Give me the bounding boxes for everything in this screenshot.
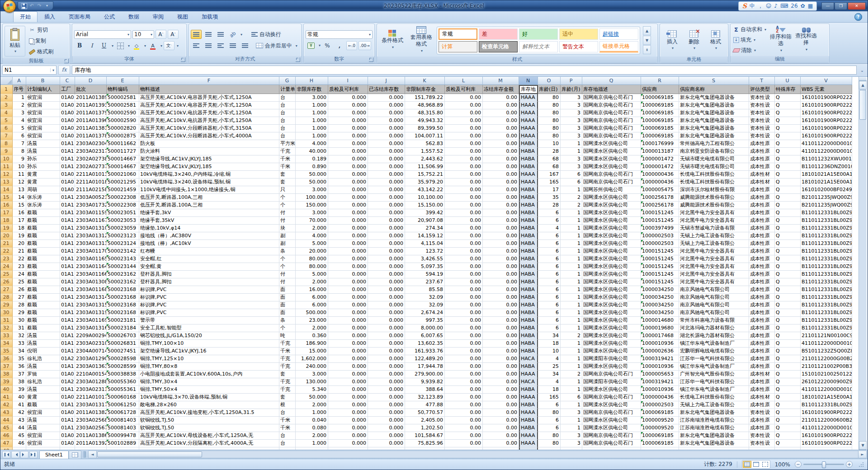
office-button[interactable] bbox=[3, 0, 16, 13]
grid-cell[interactable]: 红布幔 bbox=[139, 248, 279, 255]
decrease-indent-button[interactable] bbox=[227, 41, 238, 50]
grid-cell[interactable]: 国网南京供电公司石门 bbox=[582, 440, 641, 447]
grid-cell[interactable]: 11 bbox=[13, 171, 26, 179]
close-button[interactable]: ✕ bbox=[848, 2, 866, 10]
grid-cell[interactable]: 0.00 bbox=[483, 317, 519, 324]
grid-cell[interactable]: 2.000 bbox=[296, 278, 328, 286]
grid-cell[interactable]: 2,674.24 bbox=[405, 309, 445, 317]
grid-cell[interactable]: 0.000 bbox=[368, 109, 405, 117]
grid-cell[interactable]: 高压开关柜,AC10kV,母线设备柜,小车式,1250A,无 bbox=[139, 432, 279, 440]
grid-cell[interactable] bbox=[296, 447, 328, 450]
grid-cell[interactable]: 国网溧水区供电公司 bbox=[582, 263, 641, 271]
grid-cell[interactable]: 10kV电缆终端,3×70,设备终端,预制,铜 bbox=[139, 394, 279, 401]
voice-input-icon[interactable]: ♪ bbox=[774, 3, 778, 9]
column-header-R[interactable]: R bbox=[641, 77, 679, 85]
grid-cell[interactable]: 0.000 bbox=[328, 225, 368, 232]
grid-cell[interactable]: 国网溧水区供电公司 bbox=[582, 286, 641, 294]
grid-cell[interactable]: 个 bbox=[279, 255, 296, 263]
grid-cell[interactable]: 0.000 bbox=[328, 301, 368, 309]
grid-cell[interactable]: 0.00 bbox=[445, 217, 483, 225]
grid-cell[interactable]: 新东北电气集团电器设备 bbox=[679, 94, 749, 102]
grid-cell[interactable]: 非限库存数 bbox=[296, 85, 328, 94]
grid-cell[interactable]: 台 bbox=[279, 409, 296, 417]
ribbon-tab-公式[interactable]: 公式 bbox=[97, 11, 122, 22]
grid-cell[interactable]: 国网溧水区供电公司 bbox=[582, 209, 641, 217]
grid-cell[interactable]: 32 bbox=[13, 332, 26, 340]
grid-cell[interactable]: 成本性原 bbox=[749, 348, 775, 355]
grid-cell[interactable]: 01A1 bbox=[60, 401, 75, 409]
grid-cell[interactable]: 1000069185 bbox=[641, 440, 679, 447]
grid-cell[interactable]: HABA bbox=[519, 155, 538, 163]
grid-cell[interactable]: 01A1 bbox=[60, 324, 75, 332]
grid-cell[interactable]: 80.000 bbox=[296, 263, 328, 271]
first-sheet-button[interactable] bbox=[2, 451, 10, 458]
grid-cell[interactable]: 18101021A15E00A12 bbox=[801, 394, 852, 401]
sogou-logo[interactable]: S bbox=[742, 3, 747, 9]
grid-cell[interactable]: 1000151245 bbox=[641, 263, 679, 271]
grid-cell[interactable]: 资本性设 bbox=[749, 125, 775, 132]
grid-cell[interactable]: 铜排,TMY,125×10 bbox=[139, 355, 279, 363]
grid-cell[interactable]: 吨 bbox=[279, 332, 296, 340]
grid-cell[interactable]: 34 bbox=[13, 348, 26, 355]
row-header-8[interactable]: 8 bbox=[0, 140, 13, 148]
grid-cell[interactable]: Q bbox=[775, 424, 801, 432]
grid-cell[interactable]: 0.000 bbox=[328, 255, 368, 263]
grid-cell[interactable]: 500023059 bbox=[107, 225, 139, 232]
grid-cell[interactable]: 01A1 bbox=[60, 301, 75, 309]
grid-cell[interactable]: 国网溧水区供电公司 bbox=[582, 324, 641, 332]
column-header-C[interactable]: C bbox=[60, 77, 75, 85]
grid-cell[interactable]: 25 bbox=[13, 278, 26, 286]
sort-filter-button[interactable]: AZ 排序和筛选▾ bbox=[769, 26, 793, 55]
grid-cell[interactable]: 28 bbox=[538, 202, 561, 209]
grid-cell[interactable]: 0.00 bbox=[445, 363, 483, 371]
grid-cell[interactable]: 0.000 bbox=[328, 417, 368, 424]
grid-cell[interactable]: 1000001472 bbox=[641, 155, 679, 163]
grid-cell[interactable]: 2302A02738 bbox=[75, 155, 107, 163]
grid-cell[interactable]: 2,443.62 bbox=[405, 155, 445, 163]
grid-cell[interactable]: HACA bbox=[519, 378, 538, 386]
grid-cell[interactable]: 01A1 bbox=[60, 348, 75, 355]
grid-cell[interactable]: 48,315.80 bbox=[405, 109, 445, 117]
grid-cell[interactable]: 个 bbox=[279, 202, 296, 209]
grid-cell[interactable]: 侯宜润 bbox=[26, 125, 60, 132]
grid-cell[interactable]: 1.000 bbox=[296, 102, 328, 109]
row-header-44[interactable]: 44 bbox=[0, 417, 13, 424]
grid-cell[interactable]: 0.000 bbox=[368, 424, 405, 432]
grid-cell[interactable]: 0.000 bbox=[328, 125, 368, 132]
grid-cell[interactable]: 0.00 bbox=[483, 301, 519, 309]
grid-cell[interactable]: Q bbox=[775, 386, 801, 394]
row-header-12[interactable]: 12 bbox=[0, 171, 13, 179]
grid-cell[interactable]: 80 bbox=[538, 109, 561, 117]
scroll-left-icon[interactable]: ◄ bbox=[89, 451, 97, 458]
grid-cell[interactable]: 河北黑牛电力安全器具有 bbox=[679, 209, 749, 217]
shrink-font-button[interactable]: A˅ bbox=[168, 30, 179, 39]
row-header-25[interactable]: 25 bbox=[0, 271, 13, 278]
grid-cell[interactable]: 资本性设 bbox=[749, 102, 775, 109]
grid-cell[interactable]: 库龄(月) bbox=[561, 85, 582, 94]
ribbon-tab-视图[interactable]: 视图 bbox=[170, 11, 195, 22]
grid-cell[interactable]: 4 bbox=[538, 225, 561, 232]
grid-cell[interactable]: 500081403 bbox=[107, 417, 139, 424]
grid-cell[interactable]: HABA bbox=[519, 363, 538, 371]
grid-cell[interactable]: 2011A01392 bbox=[75, 440, 107, 447]
grid-cell[interactable]: 国网溧水区供电公司 bbox=[582, 294, 641, 301]
grid-cell[interactable]: 01A1 bbox=[60, 240, 75, 248]
column-header-V[interactable]: V bbox=[801, 77, 852, 85]
grid-cell[interactable]: 0.000 bbox=[328, 132, 368, 140]
row-header-14[interactable]: 14 bbox=[0, 186, 13, 194]
grid-cell[interactable]: 黄震 bbox=[26, 171, 60, 179]
grid-cell[interactable]: 1 bbox=[561, 363, 582, 371]
grid-cell[interactable]: 台 bbox=[279, 109, 296, 117]
grid-cell[interactable]: 成本性原 bbox=[749, 225, 775, 232]
grid-cell[interactable]: 台 bbox=[279, 102, 296, 109]
grid-cell[interactable]: 0.000 bbox=[368, 386, 405, 394]
grid-cell[interactable]: 2303A01319 bbox=[75, 309, 107, 317]
grid-cell[interactable]: 80 bbox=[538, 132, 561, 140]
grid-cell[interactable]: 75,825.96 bbox=[405, 440, 445, 447]
phonetic-dropdown[interactable]: ▾ bbox=[177, 44, 179, 48]
format-cells-button[interactable]: 格式▾ bbox=[706, 25, 726, 55]
grid-cell[interactable]: 500022308 bbox=[107, 202, 139, 209]
column-header-D[interactable]: D bbox=[75, 77, 107, 85]
grid-cell[interactable]: 6 bbox=[538, 271, 561, 278]
grid-cell[interactable] bbox=[801, 447, 852, 450]
